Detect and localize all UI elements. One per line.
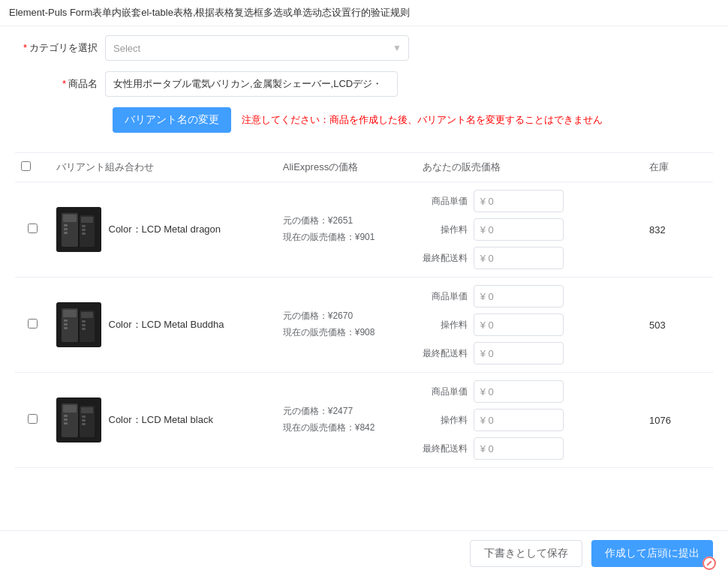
handling-fee-label: 操作料 — [423, 224, 468, 236]
category-select-wrapper: Select ▼ — [105, 35, 409, 61]
unit-price-label: 商品単価 — [423, 195, 468, 208]
svg-rect-2 — [64, 224, 68, 226]
table-row: Color：LCD Metal black 元の価格：¥2477 現在の販売価格… — [15, 373, 713, 468]
shipping-fee-label: 最終配送料 — [423, 442, 468, 455]
stock-cell: 503 — [643, 278, 713, 373]
stock-value: 1076 — [649, 415, 671, 426]
unit-price-label: 商品単価 — [423, 386, 468, 398]
product-name-input[interactable] — [105, 71, 398, 97]
th-your-price: あなたの販売価格 — [417, 153, 643, 182]
variant-name: Color：LCD Metal black — [109, 413, 213, 427]
svg-rect-3 — [64, 228, 68, 230]
handling-fee-label: 操作料 — [423, 414, 468, 427]
ali-price-cell: 元の価格：¥2670 現在の販売価格：¥908 — [277, 278, 417, 373]
shipping-fee-input[interactable] — [474, 437, 564, 460]
handling-fee-label: 操作料 — [423, 319, 468, 332]
svg-rect-28 — [81, 407, 93, 413]
shipping-fee-input[interactable] — [474, 342, 564, 364]
ali-price-cell: 元の価格：¥2477 現在の販売価格：¥842 — [277, 373, 417, 468]
no-entry-icon — [702, 556, 716, 570]
row-checkbox[interactable] — [28, 224, 38, 233]
svg-rect-13 — [64, 320, 68, 322]
svg-rect-18 — [82, 320, 86, 322]
variant-cell: Color：LCD Metal black — [50, 373, 277, 468]
handling-fee-input[interactable] — [474, 218, 564, 241]
svg-rect-20 — [82, 328, 86, 330]
your-price-cell: 商品単価 操作料 最終配送料 — [417, 182, 643, 278]
stock-cell: 1076 — [643, 373, 713, 468]
stock-cell: 832 — [643, 182, 713, 278]
svg-rect-1 — [63, 214, 77, 222]
svg-rect-19 — [82, 324, 86, 326]
row-checkbox[interactable] — [28, 319, 38, 328]
product-name-label: *商品名 — [15, 77, 105, 91]
svg-rect-23 — [63, 405, 77, 412]
shipping-fee-label: 最終配送料 — [423, 252, 468, 265]
svg-rect-7 — [82, 225, 86, 227]
row-checkbox[interactable] — [28, 414, 38, 424]
svg-rect-26 — [64, 422, 68, 424]
svg-rect-17 — [81, 312, 93, 318]
footer-bar: 下書きとして保存 作成して店頭に提出 — [0, 530, 728, 576]
ali-price-text: 元の価格：¥2477 現在の販売価格：¥842 — [283, 404, 411, 436]
table-row: Color：LCD Metal Buddha 元の価格：¥2670 現在の販売価… — [15, 278, 713, 373]
row-checkbox-cell — [15, 278, 50, 373]
svg-rect-25 — [64, 418, 68, 421]
ali-price-cell: 元の価格：¥2651 現在の販売価格：¥901 — [277, 182, 417, 278]
variant-warning: 注意してください：商品を作成した後、バリアント名を変更することはできません — [242, 113, 603, 127]
svg-rect-31 — [82, 423, 86, 425]
svg-rect-8 — [82, 229, 86, 231]
category-label: *カテゴリを選択 — [15, 41, 105, 55]
save-draft-button[interactable]: 下書きとして保存 — [470, 540, 582, 567]
svg-rect-14 — [64, 323, 68, 326]
page-title: Element-Puls Form表单内嵌套el-table表格,根据表格复选框… — [0, 0, 728, 26]
unit-price-input[interactable] — [474, 380, 564, 403]
category-select[interactable]: Select — [105, 35, 409, 61]
change-variant-button[interactable]: バリアント名の変更 — [113, 107, 231, 133]
handling-fee-input[interactable] — [474, 409, 564, 431]
shipping-fee-label: 最終配送料 — [423, 347, 468, 360]
variant-cell: Color：LCD Metal dragon — [50, 182, 277, 278]
svg-rect-4 — [64, 232, 68, 234]
svg-rect-15 — [64, 327, 68, 329]
ali-price-text: 元の価格：¥2651 現在の販売価格：¥901 — [283, 213, 411, 245]
svg-rect-12 — [63, 310, 77, 317]
unit-price-input[interactable] — [474, 190, 564, 212]
svg-rect-29 — [82, 416, 86, 418]
handling-fee-input[interactable] — [474, 314, 564, 336]
your-price-cell: 商品単価 操作料 最終配送料 — [417, 373, 643, 468]
th-ali-price: AliExpressの価格 — [277, 153, 417, 182]
variant-cell: Color：LCD Metal Buddha — [50, 278, 277, 373]
product-image — [56, 302, 101, 347]
row-checkbox-cell — [15, 182, 50, 278]
svg-rect-6 — [81, 217, 93, 223]
variant-name: Color：LCD Metal Buddha — [109, 318, 224, 332]
variant-name: Color：LCD Metal dragon — [109, 223, 221, 236]
table-row: Color：LCD Metal dragon 元の価格：¥2651 現在の販売価… — [15, 182, 713, 278]
product-image — [56, 398, 101, 442]
unit-price-input[interactable] — [474, 285, 564, 308]
your-price-cell: 商品単価 操作料 最終配送料 — [417, 278, 643, 373]
unit-price-label: 商品単価 — [423, 290, 468, 303]
th-stock: 在庫 — [643, 153, 713, 182]
svg-rect-30 — [82, 419, 86, 422]
submit-button[interactable]: 作成して店頭に提出 — [591, 540, 713, 567]
stock-value: 832 — [649, 224, 666, 236]
ali-price-text: 元の価格：¥2670 現在の販売価格：¥908 — [283, 308, 411, 340]
shipping-fee-input[interactable] — [474, 247, 564, 269]
product-image — [56, 207, 101, 252]
variants-table: バリアント組み合わせ AliExpressの価格 あなたの販売価格 在庫 — [15, 152, 713, 468]
svg-rect-24 — [64, 415, 68, 417]
row-checkbox-cell — [15, 373, 50, 468]
th-checkbox — [15, 153, 50, 182]
svg-rect-9 — [82, 232, 86, 235]
th-variant: バリアント組み合わせ — [50, 153, 277, 182]
select-all-checkbox[interactable] — [21, 161, 31, 171]
stock-value: 503 — [649, 320, 666, 331]
